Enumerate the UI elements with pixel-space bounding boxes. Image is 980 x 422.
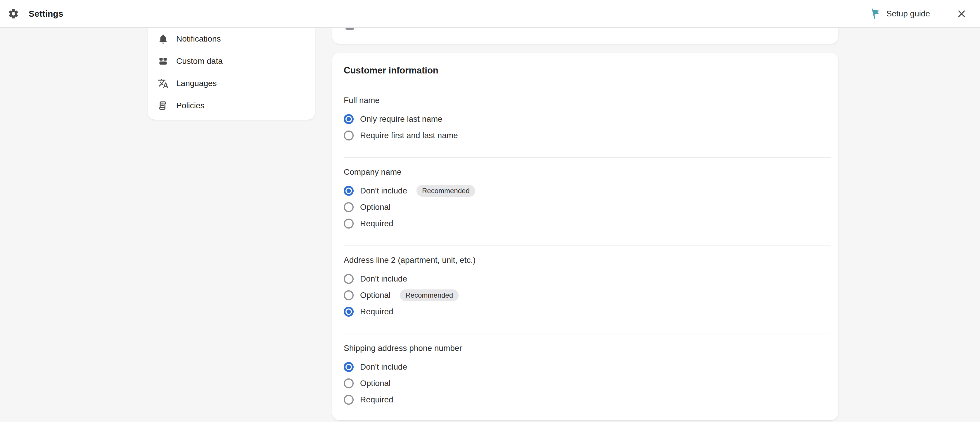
section-address-line-2: Address line 2 (apartment, unit, etc.) D… — [344, 246, 831, 334]
sidebar-item-policies[interactable]: Policies — [148, 94, 315, 117]
bell-icon — [157, 33, 169, 45]
settings-content: Customer information Full name Only requ… — [332, 28, 838, 420]
radio-option[interactable]: Required — [344, 392, 831, 408]
radio-option[interactable]: Optional — [344, 199, 831, 216]
recommended-badge: Recommended — [417, 185, 475, 197]
header-actions: Setup guide — [870, 7, 968, 20]
card-content: Full name Only require last name Require… — [332, 86, 838, 420]
radio-option-label: Don't include — [360, 274, 407, 284]
flag-icon — [870, 8, 882, 20]
customer-information-card: Customer information Full name Only requ… — [332, 53, 838, 420]
setup-guide-button[interactable]: Setup guide — [870, 8, 930, 20]
radio-option-label: Optional — [360, 203, 390, 212]
custom-data-icon — [157, 55, 169, 67]
section-label: Full name — [344, 96, 831, 104]
setup-guide-label: Setup guide — [886, 9, 930, 18]
radio-option-label: Optional — [360, 291, 390, 300]
sidebar-item-notifications[interactable]: Notifications — [148, 28, 315, 50]
radio-option-label: Don't include — [360, 186, 407, 195]
radio-option[interactable]: Optional Recommended — [344, 287, 831, 304]
previous-card-partial — [332, 28, 838, 44]
sidebar-item-label: Custom data — [176, 56, 223, 66]
settings-sidebar: Notifications Custom data Languages — [148, 28, 315, 120]
radio-button[interactable] — [344, 202, 354, 212]
card-title: Customer information — [344, 65, 827, 77]
policy-scroll-icon — [157, 100, 169, 112]
radio-button[interactable] — [344, 274, 354, 284]
radio-option-label: Optional — [360, 379, 390, 388]
sidebar-item-label: Languages — [176, 79, 217, 88]
gear-icon — [8, 8, 19, 19]
sidebar-item-languages[interactable]: Languages — [148, 72, 315, 94]
sidebar-item-label: Policies — [176, 101, 204, 110]
radio-button[interactable] — [344, 395, 354, 405]
radio-button[interactable] — [344, 131, 354, 141]
radio-option-label: Don't include — [360, 362, 407, 372]
translate-icon — [157, 78, 169, 89]
recommended-badge: Recommended — [400, 289, 458, 301]
radio-option-label: Required — [360, 307, 393, 316]
radio-option-label: Required — [360, 219, 393, 228]
radio-option[interactable]: Don't include — [344, 271, 831, 287]
page-title: Settings — [29, 9, 63, 19]
radio-option[interactable]: Optional — [344, 375, 831, 392]
radio-option[interactable]: Require first and last name — [344, 127, 831, 144]
radio-button[interactable] — [344, 362, 354, 372]
section-label: Company name — [344, 168, 831, 176]
radio-button[interactable] — [344, 290, 354, 300]
settings-header-bar: Settings Setup guide — [0, 0, 980, 28]
sidebar-item-label: Notifications — [176, 34, 221, 43]
sidebar-item-custom-data[interactable]: Custom data — [148, 50, 315, 72]
section-shipping-phone: Shipping address phone number Don't incl… — [344, 334, 831, 408]
section-label: Shipping address phone number — [344, 344, 831, 352]
radio-button[interactable] — [344, 186, 354, 196]
radio-option[interactable]: Don't include Recommended — [344, 182, 831, 199]
radio-option-label: Required — [360, 395, 393, 404]
section-company-name: Company name Don't include Recommended O… — [344, 158, 831, 246]
radio-option[interactable]: Required — [344, 304, 831, 320]
card-header: Customer information — [332, 53, 838, 86]
section-label: Address line 2 (apartment, unit, etc.) — [344, 256, 831, 264]
section-full-name: Full name Only require last name Require… — [344, 86, 831, 158]
radio-button[interactable] — [344, 219, 354, 229]
settings-modal: Settings Setup guide — [0, 0, 980, 422]
close-icon — [956, 8, 967, 19]
radio-option-label: Require first and last name — [360, 131, 458, 140]
radio-option[interactable]: Required — [344, 216, 831, 232]
radio-option[interactable]: Don't include — [344, 359, 831, 375]
radio-option[interactable]: Only require last name — [344, 111, 831, 127]
radio-button[interactable] — [344, 379, 354, 388]
radio-option-label: Only require last name — [360, 114, 442, 124]
clipped-checkbox — [345, 28, 354, 30]
radio-button[interactable] — [344, 307, 354, 316]
close-button[interactable] — [955, 7, 968, 20]
radio-button[interactable] — [344, 114, 354, 124]
